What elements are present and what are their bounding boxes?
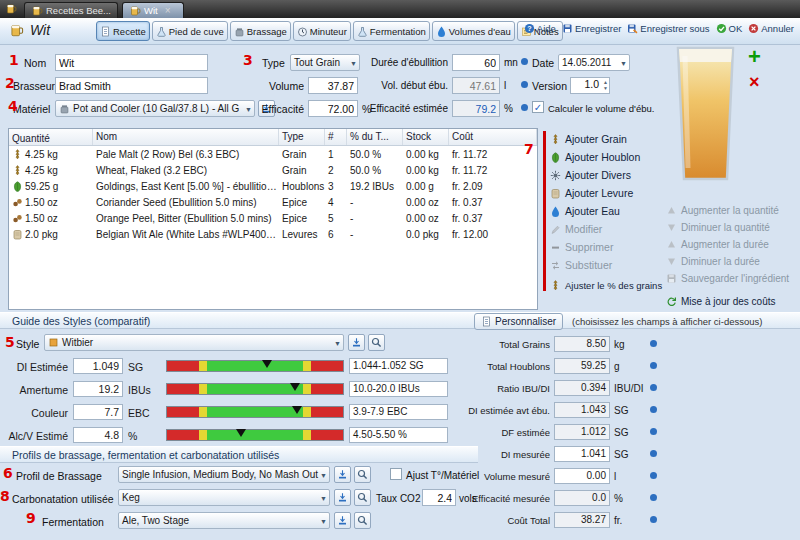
ingredient-row[interactable]: 1.50 ozCoriander Seed (Ebullition 5.0 mi… [9, 194, 537, 210]
annotation-number-2: 2 [5, 76, 15, 90]
gear-icon [550, 170, 561, 181]
info-dot-icon [650, 362, 657, 369]
tab-close-icon[interactable]: × [165, 5, 171, 16]
cell-quantity: 1.50 oz [9, 213, 93, 224]
style-select[interactable]: Witbier ▼ [44, 334, 344, 351]
ingredient-row[interactable]: 4.25 kgPale Malt (2 Row) Bel (6.3 EBC)Gr… [9, 146, 537, 162]
cell-cost: fr. 0.37 [449, 213, 537, 224]
column-header-nom[interactable]: Nom [93, 129, 279, 145]
column-header-quantit[interactable]: Quantité [9, 129, 93, 145]
volume-input[interactable] [308, 77, 358, 94]
remove-image-button[interactable]: × [749, 73, 760, 91]
duree-input[interactable] [452, 54, 500, 71]
toolbar-enregistrer-sous-button[interactable]: Enregistrer sous [627, 23, 709, 34]
view-button-brassage[interactable]: Brassage [230, 21, 291, 41]
view-button-fermentation[interactable]: Fermentation [353, 21, 430, 41]
fermentation-search-button[interactable] [354, 512, 371, 529]
efficacite-input[interactable] [308, 100, 358, 117]
nom-input[interactable] [55, 54, 208, 71]
spinner-icon[interactable]: ▲▼ [603, 80, 608, 91]
column-header-stock[interactable]: Stock [403, 129, 449, 145]
stat-value: 38.27 [554, 512, 610, 528]
view-button-minuteur[interactable]: Minuteur [293, 21, 351, 41]
gauge-bar [166, 406, 344, 418]
customize-hint: (choisissez les champs à afficher ci-des… [572, 316, 762, 327]
ingredient-row[interactable]: 59.25 gGoldings, East Kent [5.00 %] - éb… [9, 178, 537, 194]
chevron-down-icon: ▼ [245, 106, 252, 113]
stat-row-co-t-total: Coût Total38.27fr. [466, 512, 696, 529]
tab-wit[interactable]: Wit × [122, 2, 184, 18]
cell-type: Grain [279, 165, 325, 176]
fermentation-select[interactable]: Ale, Two Stage ▼ [118, 512, 330, 529]
stat-unit: kg [614, 339, 625, 350]
action-ajuster-le-des-grains[interactable]: Ajuster le % des grains [550, 277, 662, 293]
ingredient-row[interactable]: 4.25 kgWheat, Flaked (3.2 EBC)Grain250.0… [9, 162, 537, 178]
action-augmenter-la-dur-e: Augmenter la durée [666, 236, 769, 252]
ingredient-row[interactable]: 2.0 pkgBelgian Wit Ale (White Labs #WLP4… [9, 226, 537, 242]
calc-volume-checkbox[interactable]: ✓ [532, 101, 544, 113]
ingredient-row[interactable]: 1.50 ozOrange Peel, Bitter (Ebullition 5… [9, 210, 537, 226]
hop-icon [12, 181, 23, 192]
toolbar-enregistrer-button[interactable]: Enregistrer [562, 23, 621, 34]
action-label: Sauvegarder l'ingrédient [681, 273, 789, 284]
ajust-checkbox[interactable] [390, 468, 402, 480]
chevron-down-icon: ▼ [620, 60, 627, 67]
style-pick-button[interactable] [348, 334, 365, 351]
recipe-icon [10, 23, 24, 37]
personnaliser-button[interactable]: Personnaliser [474, 313, 563, 330]
brasseur-input[interactable] [55, 77, 208, 94]
stat-value[interactable]: 0.00 [554, 468, 610, 484]
toolbar-ok-button[interactable]: OK [716, 23, 743, 34]
chevron-down-icon: ▼ [320, 518, 327, 525]
column-header-type[interactable]: Type [279, 129, 325, 145]
materiel-select[interactable]: Pot and Cooler (10 Gal/37.8 L) - All G ▼ [55, 100, 255, 117]
action-ajouter-eau[interactable]: Ajouter Eau [550, 203, 620, 219]
add-image-button[interactable]: + [748, 46, 761, 68]
cell-name: Belgian Wit Ale (White Labs #WLP400) [35… [93, 229, 279, 240]
eff-estimee-value [452, 100, 500, 117]
stat-row-di-mesur-e: DI mesurée1.041SG [466, 446, 696, 463]
view-button-recette[interactable]: Recette [96, 21, 150, 41]
customize-icon [481, 316, 492, 327]
carbonatation-pick-button[interactable] [334, 489, 351, 506]
action-modifier: Modifier [550, 221, 602, 237]
action-ajouter-divers[interactable]: Ajouter Divers [550, 167, 631, 183]
brassage-search-button[interactable] [354, 466, 371, 483]
date-select[interactable]: 14.05.2011 ▼ [558, 54, 630, 71]
action-ajouter-levure[interactable]: Ajouter Levure [550, 185, 633, 201]
style-value: Witbier [62, 337, 93, 348]
view-button-volumes-d-eau[interactable]: Volumes d'eau [432, 21, 515, 41]
action-label: Diminuer la durée [681, 256, 760, 267]
action-ajouter-grain[interactable]: Ajouter Grain [550, 131, 627, 147]
version-stepper[interactable]: 1.0 ▲▼ [570, 77, 610, 94]
stat-row-df-estim-e: DF estimée1.012SG [466, 424, 696, 441]
carbonatation-select[interactable]: Keg ▼ [118, 489, 330, 506]
column-header-du-t[interactable]: % du T... [347, 129, 403, 145]
toolbar-annuler-button[interactable]: Annuler [748, 23, 794, 34]
duree-unit: mn [504, 57, 518, 68]
action-ajouter-houblon[interactable]: Ajouter Houblon [550, 149, 640, 165]
stat-value[interactable]: 1.041 [554, 446, 610, 462]
gauge-value: 19.2 [73, 381, 123, 397]
stat-label: Coût Total [466, 515, 550, 526]
toolbar-aide-button[interactable]: ?Aide [524, 23, 556, 34]
fermentation-pick-button[interactable] [334, 512, 351, 529]
chevron-down-icon: ▼ [320, 495, 327, 502]
ingredients-table: QuantitéNomType#% du T...StockCoût 4.25 … [8, 128, 538, 310]
gauge-bar [166, 383, 344, 395]
carbonatation-search-button[interactable] [354, 489, 371, 506]
cell-number: 1 [325, 149, 347, 160]
action-mise-jour-des-co-ts[interactable]: Mise à jour des coûts [666, 293, 776, 309]
type-select[interactable]: Tout Grain ▼ [290, 54, 360, 71]
view-button-pied-de-cuve[interactable]: Pied de cuve [152, 21, 228, 41]
column-header-[interactable]: # [325, 129, 347, 145]
tab-recettes[interactable]: Recettes Bee... [24, 2, 118, 18]
brassage-profile-select[interactable]: Single Infusion, Medium Body, No Mash Ou… [118, 466, 330, 483]
gauge-row-alc-v-estim: Alc/V Estimé4.8%4.50-5.50 % [0, 427, 460, 444]
brassage-pick-button[interactable] [334, 466, 351, 483]
taux-co2-input[interactable] [422, 489, 456, 506]
style-search-button[interactable] [368, 334, 385, 351]
fermentation-value: Ale, Two Stage [122, 515, 189, 526]
up-icon [666, 239, 677, 250]
info-dot-icon [650, 450, 657, 457]
